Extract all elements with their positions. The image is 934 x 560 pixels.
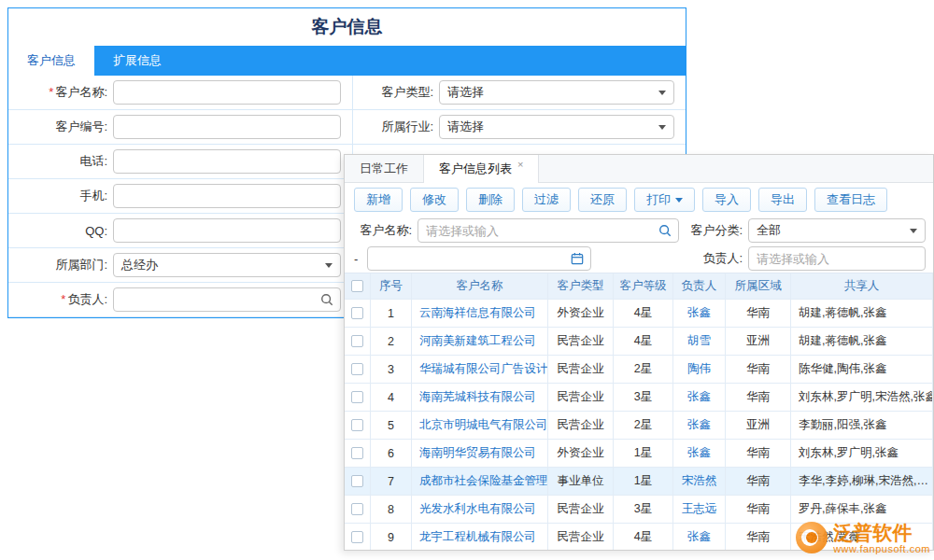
- restore-button[interactable]: 还原: [578, 188, 627, 212]
- export-button[interactable]: 导出: [758, 188, 807, 212]
- row-checkbox-cell: [345, 440, 371, 468]
- row-checkbox[interactable]: [351, 363, 363, 375]
- customer-code-input[interactable]: [113, 115, 341, 139]
- view-log-button[interactable]: 查看日志: [814, 188, 887, 212]
- customer-name-link[interactable]: 龙宇工程机械有限公司: [412, 524, 548, 551]
- row-checkbox[interactable]: [351, 531, 363, 543]
- chevron-down-icon: [658, 91, 666, 95]
- filter-category-select[interactable]: 全部: [748, 218, 926, 243]
- row-checkbox[interactable]: [351, 475, 363, 487]
- customer-type-cell: 民营企业: [548, 356, 614, 384]
- row-number: 2: [371, 328, 412, 356]
- customer-name-link[interactable]: 光发水利水电有限公司: [412, 496, 548, 524]
- region-cell: 华南: [726, 384, 791, 412]
- owner-link[interactable]: 张鑫: [673, 524, 726, 551]
- column-header-name[interactable]: 客户名称: [412, 273, 548, 300]
- form-row-owner: *负责人:: [8, 283, 352, 317]
- import-button[interactable]: 导入: [702, 188, 751, 212]
- caret-down-icon: [675, 198, 683, 203]
- customer-level-cell: 1星: [614, 468, 673, 496]
- row-checkbox[interactable]: [351, 335, 363, 347]
- table-row[interactable]: 2河南美新建筑工程公司民营企业4星胡雪亚洲胡建,蒋德帆,张鑫: [345, 328, 933, 356]
- form-row-industry: 所属行业: 请选择: [353, 110, 686, 145]
- owner-link[interactable]: 张鑫: [673, 384, 726, 412]
- row-checkbox[interactable]: [351, 503, 363, 515]
- column-header-owner[interactable]: 负责人: [673, 273, 726, 300]
- customer-name-link[interactable]: 云南海祥信息有限公司: [412, 300, 548, 328]
- column-header-level[interactable]: 客户等级: [614, 273, 673, 300]
- row-number: 7: [371, 468, 412, 496]
- phone-input[interactable]: [113, 149, 341, 174]
- add-button[interactable]: 新增: [354, 188, 403, 212]
- column-header-region[interactable]: 所属区域: [726, 273, 791, 300]
- tab-extended-info[interactable]: 扩展信息: [94, 46, 180, 76]
- tab-daily-work[interactable]: 日常工作: [345, 155, 423, 182]
- filter-owner-input[interactable]: [748, 246, 926, 271]
- edit-button[interactable]: 修改: [410, 188, 459, 212]
- customer-name-input[interactable]: [113, 80, 341, 105]
- column-header-type[interactable]: 客户类型: [548, 273, 614, 300]
- search-icon[interactable]: [658, 224, 672, 237]
- filter-name-input[interactable]: [417, 218, 679, 243]
- share-cell: 胡建,蒋德帆,张鑫: [791, 328, 933, 356]
- customer-name-link[interactable]: 华瑞城有限公司广告设计部: [412, 356, 548, 384]
- customer-name-link[interactable]: 北京市明城电气有限公司: [412, 412, 548, 440]
- close-icon[interactable]: ×: [517, 159, 523, 170]
- table-row[interactable]: 7成都市社会保险基金管理…事业单位1星宋浩然华南李华,李婷,柳琳,宋浩然,…: [345, 468, 933, 496]
- owner-link[interactable]: 张鑫: [673, 440, 726, 468]
- customer-name-link[interactable]: 海南明华贸易有限公司: [412, 440, 548, 468]
- owner-link[interactable]: 宋浩然: [673, 468, 726, 496]
- owner-link[interactable]: 张鑫: [673, 412, 726, 440]
- customer-type-select[interactable]: 请选择: [439, 80, 674, 105]
- customer-level-cell: 3星: [614, 496, 673, 524]
- owner-link[interactable]: 王志远: [673, 496, 726, 524]
- filter-name-label: 客户名称:: [354, 222, 417, 239]
- tab-customer-list[interactable]: 客户信息列表×: [423, 155, 539, 183]
- mobile-input[interactable]: [113, 184, 341, 208]
- row-checkbox[interactable]: [351, 419, 363, 431]
- tab-customer-info[interactable]: 客户信息: [8, 46, 94, 76]
- customer-level-cell: 4星: [614, 300, 673, 328]
- table-row[interactable]: 4海南芜城科技有限公司民营企业3星张鑫华南刘东林,罗广明,宋浩然,张鑫: [345, 384, 933, 412]
- region-cell: 华南: [726, 440, 791, 468]
- department-select[interactable]: 总经办: [113, 253, 341, 277]
- customer-name-link[interactable]: 成都市社会保险基金管理…: [412, 468, 548, 496]
- qq-input[interactable]: [113, 218, 341, 243]
- row-checkbox[interactable]: [351, 391, 363, 403]
- form-row-customer-code: 客户编号:: [8, 110, 352, 145]
- row-checkbox[interactable]: [351, 307, 363, 319]
- table-row[interactable]: 1云南海祥信息有限公司外资企业4星张鑫华南胡建,蒋德帆,张鑫: [345, 300, 933, 328]
- search-icon[interactable]: [320, 293, 333, 306]
- customer-name-link[interactable]: 河南美新建筑工程公司: [412, 328, 548, 356]
- customer-list-window: 日常工作 客户信息列表× 新增 修改 删除 过滤 还原 打印 导入 导出 查看日…: [344, 154, 934, 551]
- filter-button[interactable]: 过滤: [522, 188, 571, 212]
- delete-button[interactable]: 删除: [466, 188, 515, 212]
- row-checkbox[interactable]: [351, 447, 363, 459]
- table-row[interactable]: 3华瑞城有限公司广告设计部民营企业2星陶伟华南陈华健,陶伟,张鑫: [345, 356, 933, 384]
- customer-name-link[interactable]: 海南芜城科技有限公司: [412, 384, 548, 412]
- column-header-index[interactable]: 序号: [371, 273, 412, 300]
- department-label: 所属部门:: [8, 257, 113, 273]
- owner-link[interactable]: 张鑫: [673, 300, 726, 328]
- row-number: 3: [371, 356, 412, 384]
- table-row[interactable]: 9龙宇工程机械有限公司民营企业4星张鑫华南宋浩然,覃薇: [345, 524, 933, 551]
- chevron-down-icon: [325, 263, 333, 268]
- row-number: 9: [371, 524, 412, 551]
- select-all-checkbox[interactable]: [351, 280, 363, 292]
- column-header-share[interactable]: 共享人: [791, 273, 933, 300]
- table-row[interactable]: 8光发水利水电有限公司民营企业3星王志远华南罗丹,薛保丰,张鑫: [345, 496, 933, 524]
- qq-label: QQ:: [8, 224, 113, 238]
- table-row[interactable]: 6海南明华贸易有限公司外资企业1星张鑫华南刘东林,罗广明,张鑫: [345, 440, 933, 468]
- table-row[interactable]: 5北京市明城电气有限公司民营企业2星张鑫亚洲李勤丽,阳强,张鑫: [345, 412, 933, 440]
- owner-link[interactable]: 陶伟: [673, 356, 726, 384]
- chevron-down-icon: [910, 229, 917, 233]
- print-button[interactable]: 打印: [634, 188, 695, 212]
- filter-date-input[interactable]: [367, 246, 591, 271]
- owner-input[interactable]: [113, 287, 341, 312]
- row-number: 6: [371, 440, 412, 468]
- owner-link[interactable]: 胡雪: [673, 328, 726, 356]
- industry-select[interactable]: 请选择: [439, 115, 674, 139]
- customer-level-cell: 3星: [614, 384, 673, 412]
- calendar-icon[interactable]: [571, 252, 584, 265]
- row-checkbox-cell: [345, 300, 371, 328]
